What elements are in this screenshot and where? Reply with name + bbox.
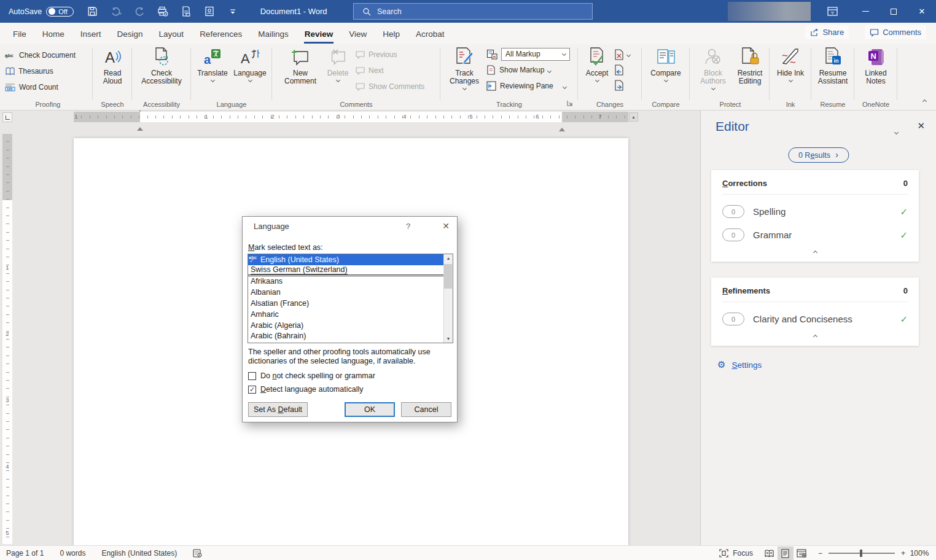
set-as-default-button[interactable]: Set As Default [248, 402, 308, 417]
language-indicator[interactable]: English (United States) [101, 549, 177, 558]
language-listbox[interactable]: abc✓ English (United States) Swiss Germa… [248, 254, 453, 343]
accept-button[interactable]: Accept [582, 47, 612, 82]
cancel-button[interactable]: Cancel [401, 402, 451, 417]
account-area[interactable] [728, 2, 811, 21]
tab-design[interactable]: Design [109, 25, 151, 44]
tab-mailings[interactable]: Mailings [250, 25, 297, 44]
detect-language-checkbox-row[interactable]: ✓ Detect language automatically [248, 385, 363, 394]
read-aloud-button[interactable]: A Read Aloud [96, 47, 129, 85]
language-option[interactable]: Albanian [248, 287, 453, 298]
customize-qat-icon[interactable] [227, 6, 238, 17]
dialog-close-button[interactable]: ✕ [442, 221, 450, 231]
thesaurus-button[interactable]: Thesaurus [5, 63, 76, 79]
dialog-help-button[interactable]: ? [406, 222, 410, 231]
tab-home[interactable]: Home [34, 25, 72, 44]
maximize-button[interactable] [879, 0, 908, 23]
zoom-slider[interactable] [829, 553, 895, 554]
word-count-indicator[interactable]: 0 words [60, 549, 85, 558]
language-option[interactable]: Afrikaans [248, 276, 453, 287]
language-option[interactable]: Arabic (Bahrain) [248, 331, 453, 342]
language-button[interactable]: A Language [232, 47, 268, 82]
check-document-button[interactable]: abc✓ Check Document [5, 47, 76, 63]
corrections-collapse-button[interactable] [722, 241, 908, 258]
language-option[interactable]: Alsatian (France) [248, 298, 453, 309]
no-check-checkbox[interactable]: ✓ [248, 372, 256, 380]
language-option[interactable]: Amharic [248, 309, 453, 320]
minimize-button[interactable] [851, 0, 879, 23]
page-indicator[interactable]: Page 1 of 1 [6, 549, 44, 558]
clarity-row[interactable]: 0 Clarity and Conciseness ✓ [722, 313, 908, 325]
editor-settings-button[interactable]: ⚙ Settings [717, 359, 762, 370]
editor-pane-close-button[interactable]: ✕ [917, 120, 925, 131]
new-comment-button[interactable]: New Comment [281, 47, 319, 85]
word-count-button[interactable]: 123 Word Count [5, 79, 76, 95]
previous-change-button[interactable] [614, 62, 630, 77]
proofing-status-icon[interactable] [193, 549, 202, 558]
tab-view[interactable]: View [341, 25, 375, 44]
tab-acrobat[interactable]: Acrobat [408, 25, 453, 44]
linked-notes-button[interactable]: N Linked Notes [860, 47, 892, 85]
resume-assistant-button[interactable]: in Resume Assistant [814, 47, 851, 85]
ok-button[interactable]: OK [345, 402, 395, 417]
zoom-level[interactable]: 100% [905, 549, 934, 558]
print-icon[interactable] [181, 6, 192, 17]
check-accessibility-button[interactable]: Check Accessibility [137, 47, 186, 85]
hanging-indent-marker[interactable] [137, 117, 143, 128]
list-scroll-down-icon[interactable]: ▼ [447, 336, 451, 341]
no-check-checkbox-row[interactable]: ✓ Do not check spelling or grammar [248, 371, 375, 380]
tab-references[interactable]: References [192, 25, 250, 44]
comments-button[interactable]: Comments [865, 25, 926, 39]
autosave-state: Off [58, 8, 67, 15]
zoom-in-button[interactable]: + [901, 549, 905, 558]
save-icon[interactable] [87, 6, 98, 17]
translate-button[interactable]: a Translate [195, 47, 230, 82]
editor-pane-menu-button[interactable] [895, 125, 898, 136]
search-box[interactable]: Search [353, 3, 593, 20]
reviewing-pane-button[interactable]: Reviewing Pane [486, 78, 570, 94]
close-button[interactable]: ✕ [908, 0, 936, 23]
print-layout-button[interactable] [778, 546, 794, 560]
zoom-slider-thumb[interactable] [860, 550, 862, 557]
scroll-up-button[interactable]: ▲ [629, 112, 638, 122]
display-for-review-select[interactable]: All Markup [501, 48, 570, 61]
grammar-row[interactable]: 0 Grammar ✓ [722, 228, 908, 241]
tab-review[interactable]: Review [297, 25, 341, 44]
contact-card-icon[interactable] [204, 6, 215, 17]
tab-file[interactable]: File [5, 25, 34, 44]
word-window: AutoSave Off Document1 - Word Search ✕ F… [0, 0, 936, 560]
autosave-toggle[interactable]: AutoSave Off [9, 7, 74, 17]
minimize-icon [862, 11, 869, 12]
tab-layout[interactable]: Layout [151, 25, 192, 44]
tab-stop-selector[interactable] [2, 112, 12, 122]
horizontal-ruler[interactable]: 1 1 2 3 4 5 6 7 [74, 112, 628, 122]
web-layout-button[interactable] [794, 546, 809, 560]
zoom-out-button[interactable]: − [818, 549, 822, 558]
list-scroll-up-icon[interactable]: ▲ [447, 256, 451, 260]
right-indent-marker[interactable] [559, 117, 565, 128]
print-preview-icon[interactable] [157, 6, 168, 17]
language-option[interactable]: Arabic (Algeria) [248, 320, 453, 331]
refinements-collapse-button[interactable] [722, 325, 908, 342]
results-button[interactable]: 0 Results › [788, 147, 849, 163]
language-dialog-titlebar[interactable]: Language ? ✕ [243, 217, 457, 235]
detect-language-checkbox[interactable]: ✓ [248, 386, 256, 394]
restrict-editing-button[interactable]: Restrict Editing [733, 47, 766, 85]
hide-ink-button[interactable]: Hide Ink [775, 47, 806, 82]
next-change-button[interactable] [614, 77, 630, 93]
reject-change-button[interactable] [614, 47, 630, 62]
spelling-row[interactable]: 0 Spelling ✓ [722, 205, 908, 218]
show-markup-button[interactable]: Show Markup [486, 62, 570, 78]
focus-button[interactable]: Focus [719, 549, 753, 558]
track-changes-button[interactable]: Track Changes [447, 47, 482, 90]
vertical-ruler[interactable]: 1 2 3 4 5 [2, 134, 12, 544]
tab-help[interactable]: Help [375, 25, 408, 44]
list-scroll-thumb[interactable] [444, 264, 452, 289]
compare-button[interactable]: Compare [647, 47, 684, 82]
language-option-selected[interactable]: abc✓ English (United States) [248, 254, 453, 265]
language-option[interactable]: Swiss German (Switzerland) [248, 265, 453, 276]
tab-insert[interactable]: Insert [72, 25, 109, 44]
share-button[interactable]: Share [805, 25, 849, 39]
collapse-ribbon-button[interactable] [923, 96, 926, 105]
ribbon-display-options-icon[interactable] [818, 0, 846, 23]
read-mode-button[interactable] [762, 546, 778, 560]
